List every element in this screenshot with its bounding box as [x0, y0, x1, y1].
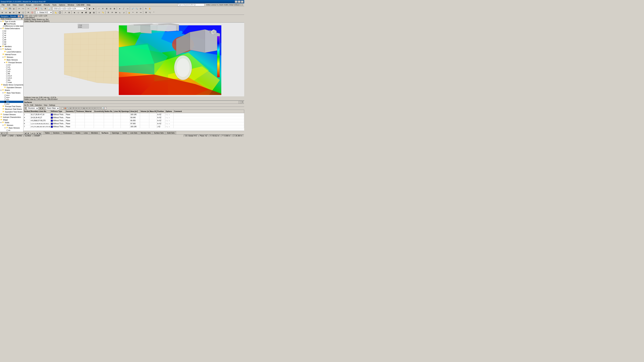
tb2-r3[interactable]: ⟴ [114, 11, 118, 14]
col-openings-no[interactable]: Openings No. [121, 110, 130, 113]
tree-tau-max[interactable]: τmax [0, 81, 23, 83]
tb2-xyz-snap3[interactable]: ⊶ [139, 11, 142, 14]
results-tb-more8[interactable]: ⊚ [94, 107, 96, 109]
nav-expand-icon[interactable]: ▼ [21, 18, 23, 20]
tree-max-total[interactable]: 📁 Maximum Total Strains [0, 108, 23, 110]
nav-pin[interactable]: 📌 [18, 15, 20, 17]
tab-solids[interactable]: Solids [121, 131, 128, 134]
col-thickness-no[interactable]: Thickness No. [76, 110, 85, 113]
col-nodes-no[interactable]: Nodes No. [104, 110, 113, 113]
tb-rotate[interactable]: ↻ [144, 7, 148, 10]
viewport-3d[interactable]: 1.75.00 80.00/0 Y Z X [24, 23, 244, 96]
tree-sigma2-min[interactable]: σ2- [0, 70, 23, 72]
col-mass[interactable]: Mass M [t] [149, 110, 157, 113]
tb2-xyz-snap2[interactable]: ✛ [135, 11, 139, 14]
tree-principal-stresses[interactable]: ▼ 📁 Principal Stresses [0, 61, 23, 64]
tree-sigma-x[interactable]: σx [0, 129, 23, 131]
results-tb-copy[interactable]: 📋 [62, 107, 64, 109]
tb-open[interactable]: 📂 [4, 7, 8, 10]
nav-close[interactable]: ✕ [20, 15, 23, 17]
col-position[interactable]: Position [157, 110, 165, 113]
tree-solids-stresses[interactable]: ▼ 📁 Stresses [0, 124, 23, 126]
tb-node[interactable]: ● [118, 7, 122, 10]
col-eccentricity[interactable]: Eccentricity No. [94, 110, 104, 113]
tb-surface[interactable]: ▭ [126, 7, 129, 10]
tb-line[interactable]: ╱ [122, 7, 126, 10]
results-tb-more10[interactable]: ℹ [99, 107, 101, 109]
col-area[interactable]: Area [m²] [130, 110, 140, 113]
tb2-xyz-snap1[interactable]: ⌖ [131, 11, 135, 14]
tb-stop[interactable]: ■ [92, 7, 96, 10]
col-surface-no[interactable]: Surface No. [24, 110, 30, 113]
tb-zoom-out[interactable]: 🔍 [135, 7, 138, 10]
col-volume[interactable]: Volume [m³] [140, 110, 149, 113]
tree-sigma2-plus[interactable]: σ2+ [0, 68, 23, 70]
tab-surfaces[interactable]: Surfaces [100, 131, 110, 134]
tb-run[interactable]: ▶ [88, 7, 92, 10]
results-tb-nav-prev[interactable]: ◀ [39, 107, 41, 109]
tb2-r1[interactable]: ℝ [106, 11, 110, 14]
tree-shape[interactable]: 📁 Shape [0, 118, 23, 121]
tb2-hide[interactable]: 🚫 [30, 11, 34, 14]
tree-phi-z[interactable]: φz [0, 43, 23, 45]
results-tb-filter[interactable]: 🔍 [67, 107, 69, 109]
tb2-xyz-lock[interactable]: 🔒 [127, 11, 131, 14]
tb2-r4[interactable]: ⊾ [118, 11, 122, 14]
tree-uz[interactable]: uz [0, 36, 23, 38]
tb2-result6[interactable]: ▤ [92, 11, 96, 14]
table-row[interactable]: 6 1,2,4-13,69,66,6&,262,66,2... Without … [24, 122, 244, 125]
tb2-btn3[interactable]: ◉ [8, 11, 12, 14]
col-material[interactable]: Material [85, 110, 94, 113]
tree-exx-minus[interactable]: εxx- [0, 98, 23, 101]
maximize-button[interactable]: □ [238, 0, 240, 3]
tab-nav-first[interactable]: |◀ [24, 132, 26, 134]
table-row[interactable]: 4 19-26,36-45,27 Without Thick... Plane … [24, 116, 244, 119]
col-comment[interactable]: Comment [174, 110, 244, 113]
minimize-button[interactable]: − [235, 0, 238, 3]
close-button[interactable]: ✕ [241, 0, 244, 3]
tb-mode3[interactable]: ⊠ [112, 7, 116, 10]
tree-theta-b[interactable]: θb [0, 72, 23, 75]
results-tb-more2[interactable]: ⊖ [78, 107, 80, 109]
menu-help[interactable]: Help [86, 4, 92, 6]
tb2-result1[interactable]: ◈ [72, 11, 76, 14]
tree-differences[interactable]: Differences to initial state [0, 25, 23, 27]
goto-label[interactable]: Go To [24, 104, 29, 106]
menu-assign[interactable]: Assign [25, 4, 32, 6]
tree-solids[interactable]: ▼ 📁 Solids [0, 121, 23, 124]
col-lines-no[interactable]: Lines No. [113, 110, 121, 113]
tb-btn8[interactable]: 📊 [47, 7, 51, 10]
tree-contact-stresses[interactable]: 📁 Contact Stresses [0, 113, 23, 116]
results-tb-btn1[interactable]: ⊞ [24, 107, 26, 109]
radio-differences[interactable] [3, 25, 4, 27]
results-tb-more7[interactable]: ⊙ [91, 107, 93, 109]
col-options[interactable]: Options [165, 110, 174, 113]
tree-uy[interactable]: uy [0, 34, 23, 36]
tab-nav-next[interactable]: ▶ [36, 132, 39, 134]
tree-sigma1m[interactable]: σ1,m [0, 75, 23, 77]
table-row[interactable]: 1 16,17,28,65-47,18 Without Thick... Pla… [24, 113, 244, 116]
tree-theta-m[interactable]: θm [0, 79, 23, 81]
tab-surface-sets[interactable]: Surface Sets [152, 131, 165, 134]
tree-basic-total-strains[interactable]: ▼ 📁 Basic Total Strains [0, 91, 23, 94]
radio-final-results[interactable] [4, 23, 6, 25]
tree-members[interactable]: ▶ 📁 Members [0, 45, 23, 48]
tree-principal-total[interactable]: 📁 Principal Total Strains [0, 105, 23, 108]
results-tb-nav-next[interactable]: ▶ [42, 107, 44, 109]
tb-new[interactable]: 📄 [0, 7, 4, 10]
menu-results[interactable]: Results [43, 4, 51, 6]
tb2-axes[interactable]: ↗ [64, 11, 67, 14]
tab-member-sets[interactable]: Member Sets [139, 131, 152, 134]
edit-label[interactable]: Edit [30, 104, 33, 106]
menu-insert[interactable]: Insert [18, 4, 24, 6]
tb2-r2[interactable]: ⟳ [110, 11, 114, 14]
results-tb-more1[interactable]: ⊕ [75, 107, 77, 109]
tb2-select-box[interactable]: ▣ [17, 11, 21, 14]
col-boundary-lines[interactable]: Boundary Lines No. [30, 110, 50, 113]
tb2-result2[interactable]: ◇ [76, 11, 80, 14]
tree-equiv-total[interactable]: 📁 Equivalent Total Strains [0, 110, 23, 113]
status-glines[interactable]: GLINES [24, 135, 32, 137]
menu-window[interactable]: Window [66, 4, 75, 6]
table-row[interactable]: 7 273,274,388,403-397,470-459,275 Withou… [24, 125, 244, 128]
tb-save[interactable]: 💾 [8, 7, 12, 10]
